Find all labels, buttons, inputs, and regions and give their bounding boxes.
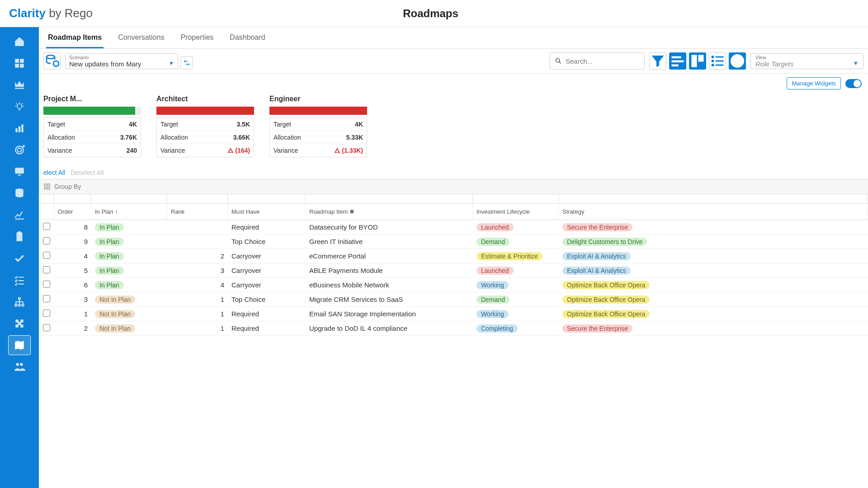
cell-strat: Secure the Enterprise xyxy=(562,223,632,231)
search-field[interactable] xyxy=(566,57,638,65)
tab-conversations[interactable]: Conversations xyxy=(116,27,166,48)
manage-widgets-button[interactable]: Manage Widgets xyxy=(787,77,841,89)
svg-rect-4 xyxy=(20,59,24,63)
cell-rank: 1 xyxy=(167,323,228,334)
col-rank[interactable]: Rank xyxy=(167,204,228,220)
svg-point-25 xyxy=(556,59,560,62)
table-row[interactable]: 6 In Plan 4 Carryover eBusiness Mobile N… xyxy=(39,278,868,292)
svg-point-12 xyxy=(18,148,22,152)
nav-home-icon[interactable] xyxy=(8,32,31,52)
nav-people-icon[interactable] xyxy=(8,357,31,377)
row-checkbox[interactable] xyxy=(43,324,50,331)
nav-trend-icon[interactable] xyxy=(8,205,31,225)
cell-strat: Delight Customers to Drive xyxy=(562,238,647,246)
svg-rect-34 xyxy=(716,61,724,62)
row-checkbox[interactable] xyxy=(43,310,50,317)
cell-order: 1 xyxy=(54,308,91,319)
cell-life: Demand xyxy=(476,296,509,304)
cell-strat: Exploit AI & Analytics xyxy=(562,267,631,275)
col-inplan[interactable]: In Plan ↑ xyxy=(91,204,167,220)
col-strat[interactable]: Strategy xyxy=(559,204,868,220)
cell-must: Top Choice xyxy=(228,294,306,305)
select-all-link[interactable]: elect All xyxy=(43,169,65,176)
nav-database-icon[interactable] xyxy=(8,183,31,203)
filter-icon[interactable] xyxy=(649,52,666,70)
svg-point-19 xyxy=(15,304,17,306)
refresh-db-icon[interactable] xyxy=(43,52,61,70)
nav-hierarchy-icon[interactable] xyxy=(8,292,31,312)
nav-grid-icon[interactable] xyxy=(8,53,31,73)
group-by-bar[interactable]: Group By xyxy=(39,179,868,194)
svg-rect-6 xyxy=(20,64,24,68)
nav-barchart-icon[interactable] xyxy=(8,118,31,138)
nav-clipboard-icon[interactable] xyxy=(8,227,31,247)
nav-bulb-icon[interactable] xyxy=(8,97,31,117)
cell-must: Carryover xyxy=(228,265,306,276)
card-body: Target4K Allocation3.76K Variance240 xyxy=(43,117,141,157)
cell-inplan: In Plan xyxy=(95,267,124,275)
scenario-select[interactable]: Scenario New updates from Mary ▼ xyxy=(65,53,178,69)
align-icon[interactable] xyxy=(669,52,686,70)
widgets-toggle[interactable] xyxy=(845,79,862,88)
row-checkbox[interactable] xyxy=(43,252,50,259)
cell-inplan: Not In Plan xyxy=(95,296,135,304)
table-row[interactable]: 8 In Plan Required Datasecurity for BYOD… xyxy=(39,220,868,235)
card-2[interactable]: Engineer Target4K Allocation5.33K Varian… xyxy=(269,95,367,157)
nav-target-icon[interactable] xyxy=(8,140,31,160)
row-checkbox[interactable] xyxy=(43,266,50,273)
tab-roadmap-items[interactable]: Roadmap Items xyxy=(46,27,104,48)
svg-point-35 xyxy=(712,64,714,66)
view-select[interactable]: View Role Targets ▼ xyxy=(750,53,863,69)
list-icon[interactable] xyxy=(709,52,726,70)
row-checkbox[interactable] xyxy=(43,295,50,302)
row-checkbox[interactable] xyxy=(43,223,50,230)
tab-properties[interactable]: Properties xyxy=(179,27,215,48)
svg-rect-9 xyxy=(19,127,20,132)
cell-order: 5 xyxy=(54,265,91,276)
cell-rank: 3 xyxy=(167,265,228,276)
cell-strat: Optimize Back Office Opera xyxy=(562,296,650,304)
cell-inplan: In Plan xyxy=(95,252,124,260)
nav-checklist-icon[interactable] xyxy=(8,270,31,290)
nav-monitor-icon[interactable] xyxy=(8,162,31,182)
cell-inplan: In Plan xyxy=(95,238,124,246)
table-row[interactable]: 4 In Plan 2 Carryover eCommerce Portal E… xyxy=(39,249,868,263)
table-row[interactable]: 2 Not In Plan 1 Required Upgrade to DoD … xyxy=(39,321,868,336)
card-1[interactable]: Architect Target3.5K Allocation3.66K Var… xyxy=(156,95,254,157)
tab-dashboard[interactable]: Dashboard xyxy=(228,27,267,48)
col-must[interactable]: Must Have xyxy=(228,204,306,220)
cell-order: 9 xyxy=(54,236,91,247)
pie-icon[interactable] xyxy=(729,52,746,70)
col-item[interactable]: Roadmap Item ✱ xyxy=(306,204,473,220)
cell-order: 2 xyxy=(54,323,91,334)
chevron-down-icon: ▼ xyxy=(853,60,859,66)
sidebar xyxy=(0,27,39,488)
svg-point-18 xyxy=(19,297,20,299)
table-row[interactable]: 9 In Plan Top Choice Green IT Initiative… xyxy=(39,235,868,249)
nav-crown-icon[interactable] xyxy=(8,75,31,95)
swap-icon[interactable] xyxy=(180,56,193,69)
cell-item: Green IT Initiative xyxy=(306,236,473,247)
page-title: Roadmaps xyxy=(2,7,859,20)
table-header-stub xyxy=(39,194,868,204)
table-row[interactable]: 3 Not In Plan 1 Top Choice Migrate CRM S… xyxy=(39,292,868,307)
table-row[interactable]: 1 Not In Plan 1 Required Email SAN Stora… xyxy=(39,307,868,321)
row-checkbox[interactable] xyxy=(43,237,50,244)
cell-rank xyxy=(167,240,228,244)
search-input[interactable] xyxy=(550,52,645,70)
nav-map-icon[interactable] xyxy=(8,335,31,355)
card-0[interactable]: Project M... Target4K Allocation3.76K Va… xyxy=(43,95,141,157)
col-life[interactable]: Investment Lifecycle xyxy=(473,204,559,220)
cell-item: ABLE Payments Module xyxy=(306,265,473,276)
card-bar xyxy=(156,107,254,115)
row-checkbox[interactable] xyxy=(43,281,50,288)
card-title: Engineer xyxy=(269,95,367,103)
deselect-all-link[interactable]: Deselect All xyxy=(71,169,104,176)
nav-puzzle-icon[interactable] xyxy=(8,314,31,333)
cell-must: Required xyxy=(228,323,306,334)
nav-check-icon[interactable] xyxy=(8,249,31,268)
board-icon[interactable] xyxy=(689,52,706,70)
col-order[interactable]: Order xyxy=(54,204,91,220)
cell-order: 6 xyxy=(54,279,91,291)
table-row[interactable]: 5 In Plan 3 Carryover ABLE Payments Modu… xyxy=(39,263,868,278)
